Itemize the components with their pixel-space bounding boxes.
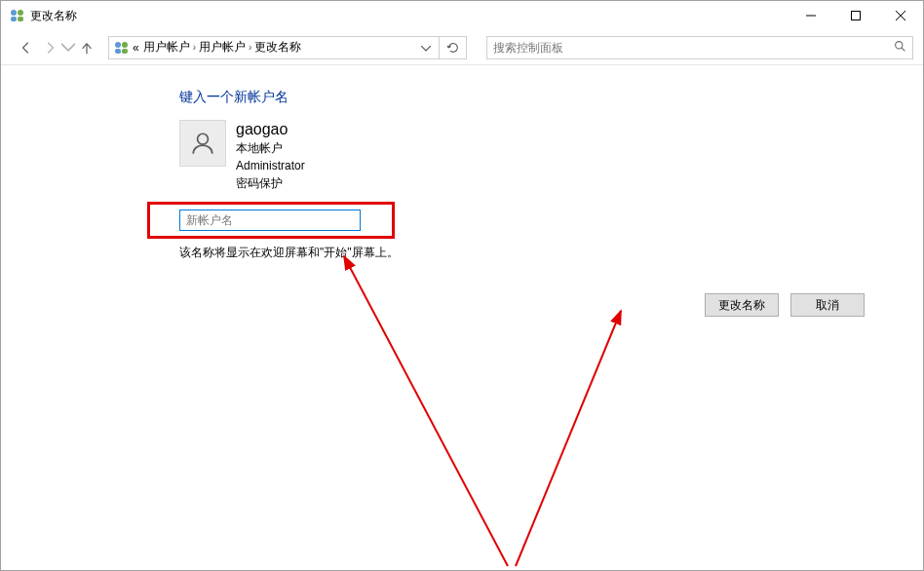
svg-point-14 — [198, 133, 209, 144]
address-dropdown-icon[interactable] — [417, 41, 435, 55]
up-button[interactable] — [75, 36, 98, 59]
svg-point-8 — [115, 42, 121, 48]
account-protection: 密码保护 — [236, 174, 305, 192]
window-title: 更改名称 — [30, 8, 77, 24]
breadcrumb-sep: › — [193, 42, 196, 53]
address-icon — [113, 40, 129, 56]
page-heading: 键入一个新帐户名 — [179, 89, 923, 106]
change-name-button[interactable]: 更改名称 — [705, 293, 779, 317]
minimize-button[interactable] — [789, 1, 833, 30]
svg-point-12 — [896, 41, 903, 48]
annotation-highlight — [147, 202, 395, 239]
breadcrumb-sep: › — [249, 42, 251, 53]
refresh-button[interactable] — [440, 36, 467, 59]
svg-rect-5 — [852, 12, 861, 20]
titlebar: 更改名称 — [1, 1, 923, 30]
svg-rect-2 — [11, 17, 17, 21]
svg-line-15 — [344, 256, 508, 566]
svg-point-9 — [122, 42, 128, 48]
account-type: 本地帐户 — [236, 139, 305, 157]
breadcrumb-2[interactable]: 用户帐户 — [199, 39, 246, 56]
recent-dropdown[interactable] — [61, 36, 75, 59]
address-bar[interactable]: « 用户帐户 › 用户帐户 › 更改名称 — [108, 36, 440, 59]
close-button[interactable] — [878, 1, 923, 30]
new-account-name-input[interactable] — [179, 209, 361, 231]
svg-rect-11 — [122, 49, 128, 54]
account-role: Administrator — [236, 157, 305, 174]
user-info: gaogao 本地帐户 Administrator 密码保护 — [179, 120, 923, 192]
search-input[interactable] — [493, 41, 906, 55]
maximize-button[interactable] — [833, 1, 878, 30]
breadcrumb-1[interactable]: 用户帐户 — [143, 39, 190, 56]
breadcrumb-root[interactable]: « — [133, 41, 139, 55]
search-box[interactable] — [486, 36, 913, 59]
breadcrumb-3[interactable]: 更改名称 — [254, 39, 301, 56]
cancel-button[interactable]: 取消 — [790, 293, 865, 317]
svg-line-13 — [902, 48, 905, 51]
input-hint: 该名称将显示在欢迎屏幕和"开始"屏幕上。 — [179, 245, 923, 261]
svg-point-0 — [11, 10, 17, 16]
svg-rect-10 — [115, 49, 121, 54]
account-display-name: gaogao — [236, 120, 305, 139]
svg-point-1 — [18, 10, 23, 16]
avatar — [179, 120, 226, 167]
svg-rect-3 — [18, 17, 23, 21]
back-button[interactable] — [15, 36, 38, 59]
forward-button[interactable] — [38, 36, 61, 59]
search-icon — [894, 40, 906, 56]
svg-line-16 — [516, 311, 621, 566]
navigation-bar: « 用户帐户 › 用户帐户 › 更改名称 — [1, 30, 923, 65]
app-icon — [9, 8, 24, 23]
